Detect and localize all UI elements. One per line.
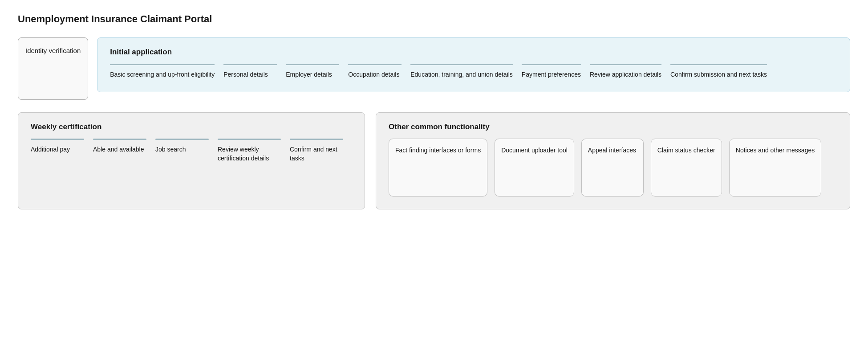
step-bar xyxy=(110,64,215,65)
step-confirm-submission: Confirm submission and next tasks xyxy=(670,64,776,79)
step-review-application: Review application details xyxy=(590,64,670,79)
step-label: Education, training, and union details xyxy=(410,70,513,79)
identity-verification-label: Identity verification xyxy=(25,46,81,55)
step-bar xyxy=(155,139,209,140)
step-label: Confirm submission and next tasks xyxy=(670,70,767,79)
step-label: Employer details xyxy=(286,70,332,79)
step-additional-pay: Additional pay xyxy=(31,139,93,154)
step-label: Payment preferences xyxy=(522,70,581,79)
card-label: Notices and other messages xyxy=(736,146,815,155)
bottom-row: Weekly certification Additional pay Able… xyxy=(18,112,850,209)
top-row: Identity verification Initial applicatio… xyxy=(18,37,850,100)
step-bar xyxy=(286,64,339,65)
step-bar xyxy=(348,64,402,65)
step-label: Review application details xyxy=(590,70,661,79)
step-education-training: Education, training, and union details xyxy=(410,64,522,79)
step-occupation-details: Occupation details xyxy=(348,64,410,79)
card-label: Appeal interfaces xyxy=(588,146,636,155)
step-label: Job search xyxy=(155,145,186,154)
initial-application-steps: Basic screening and up-front eligibility… xyxy=(110,64,837,79)
other-common-title: Other common functionality xyxy=(389,123,837,131)
step-bar xyxy=(218,139,281,140)
step-label: Basic screening and up-front eligibility xyxy=(110,70,215,79)
step-able-available: Able and available xyxy=(93,139,155,154)
step-confirm-next: Confirm and next tasks xyxy=(290,139,352,163)
step-label: Personal details xyxy=(223,70,268,79)
page-title: Unemployment Insurance Claimant Portal xyxy=(18,13,850,25)
other-common-cards: Fact finding interfaces or formsDocument… xyxy=(389,139,837,197)
step-bar xyxy=(590,64,661,65)
step-personal-details: Personal details xyxy=(223,64,286,79)
step-bar xyxy=(410,64,513,65)
step-bar xyxy=(93,139,146,140)
step-bar xyxy=(31,139,84,140)
card-notices-messages: Notices and other messages xyxy=(729,139,821,197)
weekly-certification-box: Weekly certification Additional pay Able… xyxy=(18,112,365,209)
identity-verification-box: Identity verification xyxy=(18,37,88,100)
step-payment-preferences: Payment preferences xyxy=(522,64,590,79)
initial-application-title: Initial application xyxy=(110,48,837,57)
weekly-certification-title: Weekly certification xyxy=(31,123,352,131)
step-bar xyxy=(223,64,277,65)
step-job-search: Job search xyxy=(155,139,218,154)
card-label: Document uploader tool xyxy=(501,146,568,155)
card-appeal-interfaces: Appeal interfaces xyxy=(581,139,644,197)
card-fact-finding: Fact finding interfaces or forms xyxy=(389,139,487,197)
step-label: Confirm and next tasks xyxy=(290,145,343,163)
step-label: Occupation details xyxy=(348,70,399,79)
card-claim-status: Claim status checker xyxy=(651,139,722,197)
step-bar xyxy=(670,64,767,65)
step-bar xyxy=(290,139,343,140)
step-label: Able and available xyxy=(93,145,144,154)
weekly-certification-steps: Additional pay Able and available Job se… xyxy=(31,139,352,163)
card-label: Fact finding interfaces or forms xyxy=(395,146,481,155)
step-employer-details: Employer details xyxy=(286,64,348,79)
other-common-box: Other common functionality Fact finding … xyxy=(376,112,850,209)
step-label: Review weekly certification details xyxy=(218,145,281,163)
step-basic-screening: Basic screening and up-front eligibility xyxy=(110,64,223,79)
step-review-weekly: Review weekly certification details xyxy=(218,139,290,163)
step-label: Additional pay xyxy=(31,145,70,154)
card-label: Claim status checker xyxy=(657,146,715,155)
card-document-uploader: Document uploader tool xyxy=(495,139,574,197)
initial-application-box: Initial application Basic screening and … xyxy=(97,37,850,92)
step-bar xyxy=(522,64,581,65)
